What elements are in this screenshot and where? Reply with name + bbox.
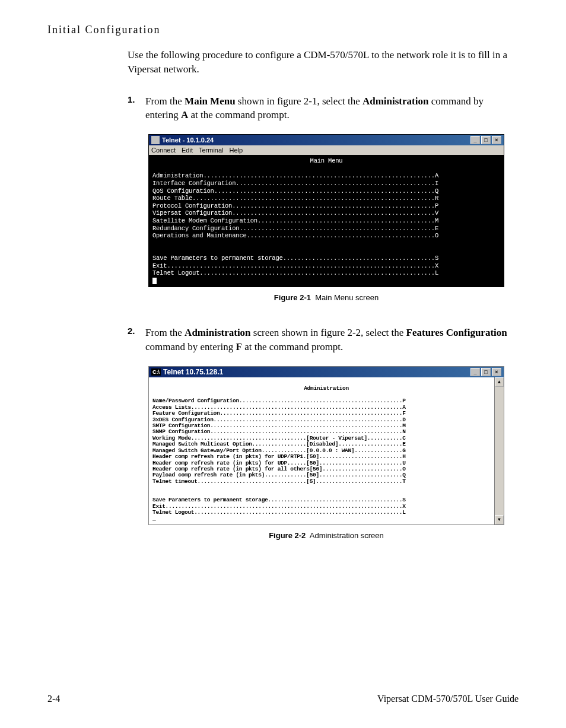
menu-line: Save Parameters to permanent storage....…: [152, 497, 406, 503]
step-text-part: From the: [145, 96, 185, 107]
menu-line: Managed Switch Multicast Option.........…: [152, 441, 406, 447]
figure-2-container: C:\ Telnet 10.75.128.1 _ □ × Administrat…: [148, 366, 519, 525]
menu-line: Access Lists............................…: [152, 404, 406, 411]
menu-help[interactable]: Help: [230, 147, 243, 154]
menu-line: Operations and Maintenance..............…: [152, 232, 438, 239]
menu-line: Working Mode............................…: [152, 435, 406, 441]
menu-line: Managed Switch Gateway/Port Option......…: [152, 447, 406, 454]
maximize-button[interactable]: □: [481, 368, 491, 376]
close-button[interactable]: ×: [492, 136, 501, 144]
window-title: Telnet - 10.1.0.24: [162, 136, 214, 144]
step-text-part: screen shown in figure 2-2, select the: [251, 327, 406, 338]
cmd-icon: C:\: [151, 368, 161, 376]
intro-paragraph: Use the following procedure to configure…: [128, 48, 513, 77]
app-icon: [151, 136, 160, 144]
menu-line: Name/Password Configuration.............…: [152, 398, 406, 404]
step-text-bold: Features Configuration: [406, 327, 507, 338]
figure-label: Figure 2-1: [274, 293, 311, 302]
step-text-part: at the command prompt.: [188, 109, 289, 120]
doc-title: Vipersat CDM-570/570L User Guide: [377, 694, 519, 704]
step-1: 1. From the Main Menu shown in figure 2-…: [128, 94, 519, 123]
step-text-bold: Administration: [185, 327, 250, 338]
telnet-window-1: Telnet - 10.1.0.24 _ □ × Connect Edit Te…: [148, 134, 504, 287]
cursor-icon: [152, 278, 157, 284]
window-titlebar: C:\ Telnet 10.75.128.1 _ □ ×: [149, 367, 504, 377]
scrollbar[interactable]: ▲ ▼: [494, 377, 504, 524]
step-2: 2. From the Administration screen shown …: [128, 326, 519, 354]
figure-text: Main Menu screen: [315, 293, 379, 302]
terminal-content: Main Menu Administration................…: [149, 155, 504, 287]
menu-line: Vipersat Configuration..................…: [152, 209, 438, 217]
window-title: Telnet 10.75.128.1: [163, 368, 223, 376]
figure-1-container: Telnet - 10.1.0.24 _ □ × Connect Edit Te…: [148, 134, 519, 287]
step-number: 1.: [128, 94, 145, 123]
window-titlebar: Telnet - 10.1.0.24 _ □ ×: [149, 135, 504, 145]
menu-line: 3xDES Configuration.....................…: [152, 417, 406, 423]
step-text-bold: Administration: [363, 96, 428, 107]
menu-title: Administration: [152, 386, 500, 392]
figure-label: Figure 2-2: [269, 531, 306, 540]
menu-line: Exit....................................…: [152, 503, 406, 510]
step-text-part: From the: [145, 327, 185, 338]
titlebar-left: Telnet - 10.1.0.24: [151, 136, 214, 144]
titlebar-left: C:\ Telnet 10.75.128.1: [151, 368, 223, 376]
page-number: 2-4: [47, 694, 60, 704]
maximize-button[interactable]: □: [481, 136, 491, 144]
menu-line: Telnet timeout..........................…: [152, 478, 406, 485]
menu-line: Feature Configuration...................…: [152, 410, 406, 417]
step-text-bold: A: [181, 109, 188, 120]
menubar: Connect Edit Terminal Help: [149, 145, 504, 155]
page-footer: 2-4 Vipersat CDM-570/570L User Guide: [47, 694, 519, 704]
menu-edit[interactable]: Edit: [182, 147, 193, 154]
scroll-down-icon[interactable]: ▼: [495, 515, 504, 524]
step-text-part: command by entering: [145, 341, 236, 352]
step-text-part: shown in figure 2-1, select the: [236, 96, 363, 107]
scroll-up-icon[interactable]: ▲: [495, 377, 504, 387]
menu-line: SNMP Configuration......................…: [152, 428, 406, 435]
menu-line: Protocol Configuration..................…: [152, 202, 438, 209]
terminal-wrap: Administration Name/Password Configurati…: [149, 377, 504, 524]
menu-line: Exit....................................…: [152, 262, 438, 269]
menu-line: Header comp refresh rate (in pkts) for U…: [152, 460, 406, 466]
menu-line: Telnet Logout...........................…: [152, 509, 406, 516]
menu-line: Telnet Logout...........................…: [152, 269, 438, 276]
menu-line: Save Parameters to permanent storage....…: [152, 255, 438, 262]
menu-terminal[interactable]: Terminal: [199, 147, 224, 154]
menu-line: Header comp refresh rate (in pkts) for a…: [152, 466, 406, 472]
menu-line: Redundancy Configuration................…: [152, 225, 438, 232]
telnet-window-2: C:\ Telnet 10.75.128.1 _ □ × Administrat…: [148, 366, 504, 525]
figure-2-caption: Figure 2-2 Administration screen: [148, 531, 504, 540]
menu-line: Payload comp refresh rate (in pkts).....…: [152, 472, 406, 478]
figure-1-caption: Figure 2-1 Main Menu screen: [148, 293, 504, 302]
step-text-bold: F: [236, 341, 242, 352]
menu-line: Satellite Modem Configuration...........…: [152, 217, 438, 224]
terminal-content: Administration Name/Password Configurati…: [149, 377, 504, 524]
menu-title: Main Menu: [152, 157, 500, 165]
step-number: 2.: [128, 326, 145, 354]
step-text: From the Main Menu shown in figure 2-1, …: [145, 94, 519, 123]
menu-line: SMTP Configuration......................…: [152, 422, 406, 429]
menu-line: Header comp refresh rate (in pkts) for U…: [152, 453, 406, 460]
minimize-button[interactable]: _: [470, 136, 480, 144]
menu-line: Interface Configuration.................…: [152, 180, 438, 187]
step-text-part: at the command prompt.: [242, 341, 343, 352]
section-title: Initial Configuration: [47, 24, 519, 36]
window-controls: _ □ ×: [470, 136, 501, 144]
step-text: From the Administration screen shown in …: [145, 326, 519, 354]
menu-line: Route Table.............................…: [152, 195, 438, 202]
menu-line: QoS Configuration.......................…: [152, 187, 438, 195]
close-button[interactable]: ×: [492, 368, 501, 376]
minimize-button[interactable]: _: [470, 368, 480, 376]
window-controls: _ □ ×: [470, 368, 501, 376]
menu-connect[interactable]: Connect: [151, 147, 176, 154]
menu-line: Administration..........................…: [152, 172, 438, 179]
step-text-bold: Main Menu: [185, 96, 235, 107]
figure-text: Administration screen: [310, 531, 384, 540]
